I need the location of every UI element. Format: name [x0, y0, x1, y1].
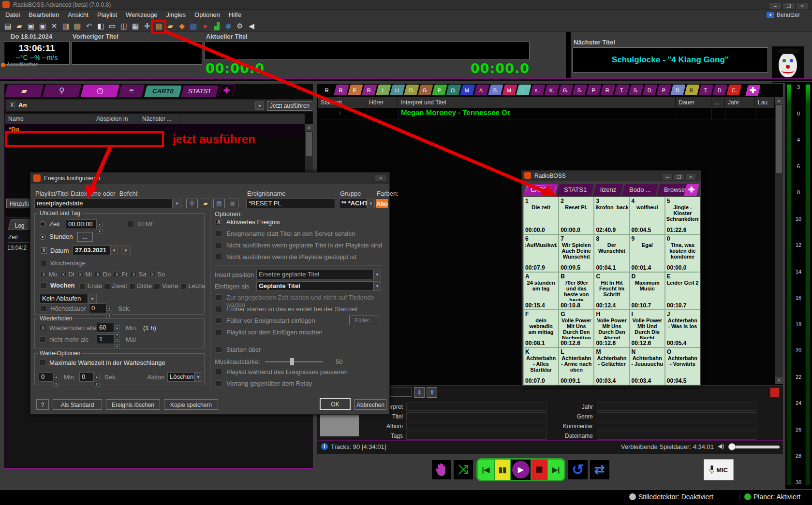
playlist-group-tab[interactable]: s..	[530, 85, 545, 95]
cart-cell[interactable]: B 70er 80er und das beste von heute 00:1…	[559, 272, 594, 310]
benutzer-label[interactable]: Benutzer	[777, 12, 800, 18]
cut-icon[interactable]: ✕	[48, 21, 60, 31]
next-button[interactable]: ▶|	[548, 460, 564, 480]
play-button[interactable]: ▶	[511, 460, 530, 480]
cart-cell[interactable]: L Achterbahn - Arme nach oben 00:09.1	[559, 347, 594, 385]
opt-sendname-checkbox[interactable]	[216, 231, 222, 237]
pick-track-button[interactable]: ⚲	[186, 199, 198, 208]
weekday-option[interactable]: X So	[149, 271, 165, 278]
hoechstdauer-checkbox[interactable]	[41, 305, 47, 312]
playlist-group-tab[interactable]: S.	[572, 85, 587, 95]
dialog-close-button[interactable]: ×	[375, 174, 386, 182]
dialog-titlebar[interactable]: Ereignis konfigurieren ×	[30, 173, 389, 184]
weekday-option[interactable]: X Di	[60, 271, 74, 278]
cart-cell[interactable]: M Achterbahn - Gelächter 00:03.4	[594, 347, 629, 385]
cart-cell[interactable]: 1 Die zeit 00:00.0	[523, 197, 559, 234]
playlist-group-tab[interactable]: T.	[698, 85, 713, 95]
cart-cell[interactable]: N Achterbahn - Juuuuuchu 00:03.4	[630, 347, 665, 385]
playlist-group-tab[interactable]: D.	[404, 85, 419, 95]
mute-speaker-icon[interactable]: ◀	[246, 21, 257, 31]
event-dropdown[interactable]: ▼	[255, 101, 264, 110]
cart-cell[interactable]: J Achterbahn - Was is los 00:05.4	[665, 310, 700, 347]
playlist-group-tab[interactable]: U.	[390, 85, 405, 95]
playlist-group-tab[interactable]: D.	[642, 85, 657, 95]
datum-extra-arrow[interactable]: ▼	[121, 245, 131, 255]
datum-checkbox[interactable]: X	[41, 247, 47, 254]
layout-full-icon[interactable]: ▭	[106, 21, 118, 31]
datum-arrow[interactable]: ▼	[110, 245, 118, 255]
playlist-scrollbar[interactable]: ▲ ▼	[775, 97, 783, 384]
expire-arrow[interactable]: ▼	[88, 294, 97, 303]
save-as-icon[interactable]: ▣	[37, 21, 48, 31]
restore-button[interactable]: ❐	[782, 2, 795, 10]
wmin-up[interactable]: ▲	[53, 375, 59, 379]
menu-item[interactable]: Ansicht	[63, 10, 93, 20]
weekday-option[interactable]: X Fr	[114, 271, 128, 278]
delete-event-button[interactable]: Ereignis löschen	[106, 399, 160, 410]
stunden-radio[interactable]	[40, 234, 45, 240]
cart-cell[interactable]: C Hit In Hit Feucht Im Schritt 00:12.4	[594, 272, 629, 310]
interpret-field[interactable]	[406, 403, 546, 411]
undo-icon[interactable]: ↶	[83, 21, 95, 31]
cart-cell[interactable]: I Volle Power Mit Und Durch Die Nacht 00…	[630, 310, 665, 347]
cart-titlebar[interactable]: RadioBOSS –❐×	[522, 171, 701, 181]
playlist-group-tab[interactable]: R.	[320, 85, 335, 95]
genre-field[interactable]	[597, 412, 756, 420]
group-combo-arrow[interactable]: ▼	[367, 199, 375, 208]
speaker-icon[interactable]: ◀)	[718, 443, 724, 449]
zeit-spin-up[interactable]: ▲	[97, 222, 103, 227]
cart-minimize-button[interactable]: –	[662, 173, 673, 181]
move-down-button[interactable]: ⬇	[414, 387, 425, 398]
playlist-group-tab[interactable]: K.	[544, 85, 559, 95]
playlist-group-tab[interactable]: P.	[586, 85, 601, 95]
weekday-option[interactable]: X Do	[95, 271, 111, 278]
edit-command-button[interactable]: ▣	[227, 199, 238, 208]
opt-nostopped-checkbox[interactable]	[216, 254, 222, 260]
cart-cell[interactable]: H Volle Power Mit Uns Durch Den Abend 00…	[594, 310, 629, 347]
cart-cell[interactable]: 4 wolfheul 00:04.5	[630, 197, 665, 234]
jahr-field[interactable]	[597, 403, 756, 411]
event-enabled-checkbox[interactable]: X	[9, 102, 15, 108]
stop-after-current-button[interactable]	[432, 460, 451, 479]
color-sample-button[interactable]: Abcd	[376, 199, 388, 208]
playlist-group-tab[interactable]: R.	[600, 85, 615, 95]
layout-side-icon[interactable]: ◧	[95, 21, 106, 31]
settings-gear-icon[interactable]: ⚙	[234, 21, 246, 31]
playlist-group-tab[interactable]: T.	[614, 85, 629, 95]
datum-field[interactable]: 27.03.2021	[73, 245, 110, 255]
cart-cell[interactable]: 7 Wir Spielen Auch Deine Wunschhit 00:09…	[559, 234, 594, 272]
playlist-group-tab[interactable]: D.	[670, 85, 685, 95]
opt-noplanned-checkbox[interactable]	[216, 242, 222, 248]
week-option[interactable]: Letzte	[180, 282, 206, 289]
playlist-group-tab[interactable]: P.	[432, 85, 447, 95]
event-volume-slider[interactable]	[265, 361, 323, 362]
save-icon[interactable]: ▣	[25, 21, 37, 31]
queue-button[interactable]: ⇄	[590, 460, 609, 479]
menu-item[interactable]: Bearbeiten	[24, 10, 63, 20]
cart-cell[interactable]: F dein webradio am mittag 00:08.1	[523, 310, 559, 347]
playlist-group-tab[interactable]: B.	[488, 85, 503, 95]
shuffle-button[interactable]: ⤨	[454, 460, 473, 479]
open-folder-icon[interactable]: ▰	[14, 21, 25, 31]
save-copy-button[interactable]: Kopie speichern	[164, 399, 218, 410]
hoechstdauer-field[interactable]: 0	[89, 303, 106, 313]
opt-relay-checkbox[interactable]	[216, 380, 222, 387]
wochen-checkbox[interactable]	[41, 282, 47, 289]
zeit-radio[interactable]	[40, 221, 45, 227]
tab-add-icon[interactable]: ✚	[218, 85, 236, 96]
zeit-time-field[interactable]: 00:00:00	[66, 219, 97, 229]
wsek-up[interactable]: ▲	[94, 375, 100, 379]
playlist-group-tab[interactable]: O.	[446, 85, 461, 95]
opt-shuffle-checkbox[interactable]	[216, 329, 222, 335]
max-wait-checkbox[interactable]	[40, 360, 46, 366]
album-field[interactable]	[406, 422, 546, 430]
scheduler-row[interactable]: *Da	[5, 124, 304, 134]
stop-button[interactable]	[531, 460, 547, 480]
jingle-icon[interactable]: ◆	[176, 21, 188, 31]
aktion-arrow[interactable]: ▼	[194, 372, 202, 382]
cart-tab[interactable]: STATS1	[557, 184, 594, 196]
week-option[interactable]: Vierte	[154, 282, 178, 289]
col-interpret[interactable]: Interpret und Titel	[398, 97, 676, 108]
opt-active-checkbox[interactable]: X	[216, 219, 222, 225]
menu-item[interactable]: Jingles	[162, 10, 190, 20]
